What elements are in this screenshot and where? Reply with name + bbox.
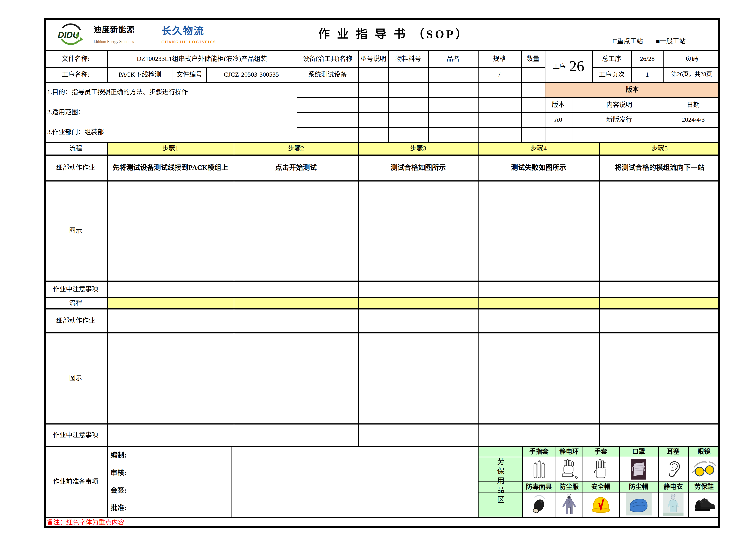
table-outer-border xyxy=(44,18,720,528)
sop-sheet: DIDU 迪度新能源 Lithium Energy Solutions 长久物流… xyxy=(0,0,756,535)
